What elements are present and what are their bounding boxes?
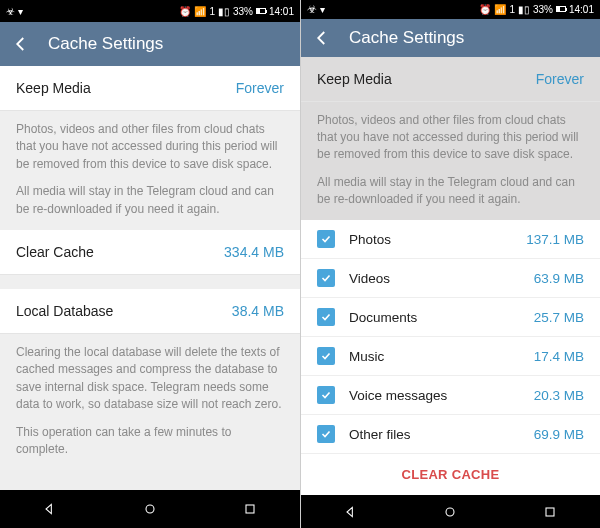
sim-icon: 1	[509, 4, 515, 15]
cache-item-size: 137.1 MB	[526, 232, 584, 247]
cache-item-label: Other files	[349, 427, 534, 442]
cache-item-row[interactable]: Music17.4 MB	[301, 337, 600, 376]
wifi-icon: 📶	[194, 6, 206, 17]
nav-back-button[interactable]	[20, 494, 80, 524]
clear-cache-label: Clear Cache	[16, 244, 94, 260]
clear-cache-value: 334.4 MB	[224, 244, 284, 260]
cache-item-row[interactable]: Documents25.7 MB	[301, 298, 600, 337]
checkbox-icon[interactable]	[317, 386, 335, 404]
keep-media-row[interactable]: Keep Media Forever	[0, 66, 300, 111]
alarm-icon: ⏰	[479, 4, 491, 15]
battery-pct: 33%	[233, 6, 253, 17]
back-icon[interactable]	[12, 35, 30, 53]
cache-item-label: Photos	[349, 232, 526, 247]
cache-item-size: 25.7 MB	[534, 310, 584, 325]
biohazard-icon: ☣	[307, 3, 317, 16]
status-bar: ☣ ▾ ⏰ 📶 1 ▮▯ 33% 14:01	[0, 0, 300, 22]
keep-media-desc: Photos, videos and other files from clou…	[301, 102, 600, 221]
keep-media-value: Forever	[236, 80, 284, 96]
status-bar: ☣ ▾ ⏰ 📶 1 ▮▯ 33% 14:01	[301, 0, 600, 19]
header-title: Cache Settings	[48, 34, 163, 54]
cache-type-list: Photos137.1 MBVideos63.9 MBDocuments25.7…	[301, 220, 600, 454]
clock-text: 14:01	[269, 6, 294, 17]
back-icon[interactable]	[313, 29, 331, 47]
dbdesc-line2: This operation can take a few minutes to…	[16, 424, 284, 459]
nav-home-button[interactable]	[120, 494, 180, 524]
android-navbar	[0, 490, 300, 528]
screen-left: ☣ ▾ ⏰ 📶 1 ▮▯ 33% 14:01 Cache Settings Ke…	[0, 0, 300, 528]
cache-item-size: 17.4 MB	[534, 349, 584, 364]
cache-item-label: Music	[349, 349, 534, 364]
signal-icon: ▮▯	[218, 6, 230, 17]
svg-rect-1	[246, 505, 254, 513]
keep-media-row: Keep Media Forever	[301, 57, 600, 102]
app-header: Cache Settings	[0, 22, 300, 66]
local-db-value: 38.4 MB	[232, 303, 284, 319]
app-header: Cache Settings	[301, 19, 600, 57]
clear-cache-button[interactable]: CLEAR CACHE	[301, 454, 600, 495]
header-title: Cache Settings	[349, 28, 464, 48]
local-database-row[interactable]: Local Database 38.4 MB	[0, 289, 300, 334]
keep-media-label: Keep Media	[16, 80, 91, 96]
battery-pct: 33%	[533, 4, 553, 15]
download-icon: ▾	[320, 4, 325, 15]
checkbox-icon[interactable]	[317, 230, 335, 248]
signal-icon: ▮▯	[518, 4, 530, 15]
cache-item-row[interactable]: Videos63.9 MB	[301, 259, 600, 298]
wifi-icon: 📶	[494, 4, 506, 15]
cache-item-row[interactable]: Voice messages20.3 MB	[301, 376, 600, 415]
keep-media-label: Keep Media	[317, 71, 392, 87]
battery-icon	[556, 6, 566, 12]
checkbox-icon[interactable]	[317, 425, 335, 443]
checkbox-icon[interactable]	[317, 308, 335, 326]
nav-recents-button[interactable]	[220, 494, 280, 524]
section-spacer	[0, 275, 300, 289]
svg-rect-3	[546, 508, 554, 516]
cache-item-label: Videos	[349, 271, 534, 286]
download-icon: ▾	[18, 6, 23, 17]
cache-item-row[interactable]: Photos137.1 MB	[301, 220, 600, 259]
keep-media-desc: Photos, videos and other files from clou…	[0, 111, 300, 230]
clock-text: 14:01	[569, 4, 594, 15]
cache-item-label: Documents	[349, 310, 534, 325]
screen-right: ☣ ▾ ⏰ 📶 1 ▮▯ 33% 14:01 Cache Settings Ke…	[300, 0, 600, 528]
dimmed-background: Keep Media Forever Photos, videos and ot…	[301, 57, 600, 221]
keep-media-value: Forever	[536, 71, 584, 87]
battery-icon	[256, 8, 266, 14]
desc-line2: All media will stay in the Telegram clou…	[317, 174, 584, 209]
cache-item-size: 20.3 MB	[534, 388, 584, 403]
sim-icon: 1	[209, 6, 215, 17]
nav-back-button[interactable]	[321, 497, 381, 527]
desc-line1: Photos, videos and other files from clou…	[16, 121, 284, 173]
nav-home-button[interactable]	[420, 497, 480, 527]
local-db-label: Local Database	[16, 303, 113, 319]
android-navbar	[301, 495, 600, 528]
svg-point-0	[146, 505, 154, 513]
alarm-icon: ⏰	[179, 6, 191, 17]
checkbox-icon[interactable]	[317, 347, 335, 365]
clear-cache-row[interactable]: Clear Cache 334.4 MB	[0, 230, 300, 275]
cache-item-row[interactable]: Other files69.9 MB	[301, 415, 600, 454]
desc-line1: Photos, videos and other files from clou…	[317, 112, 584, 164]
svg-point-2	[446, 508, 454, 516]
local-db-desc: Clearing the local database will delete …	[0, 334, 300, 470]
cache-item-size: 63.9 MB	[534, 271, 584, 286]
checkbox-icon[interactable]	[317, 269, 335, 287]
biohazard-icon: ☣	[6, 6, 15, 17]
nav-recents-button[interactable]	[520, 497, 580, 527]
desc-line2: All media will stay in the Telegram clou…	[16, 183, 284, 218]
cache-item-label: Voice messages	[349, 388, 534, 403]
cache-item-size: 69.9 MB	[534, 427, 584, 442]
dbdesc-line1: Clearing the local database will delete …	[16, 344, 284, 414]
